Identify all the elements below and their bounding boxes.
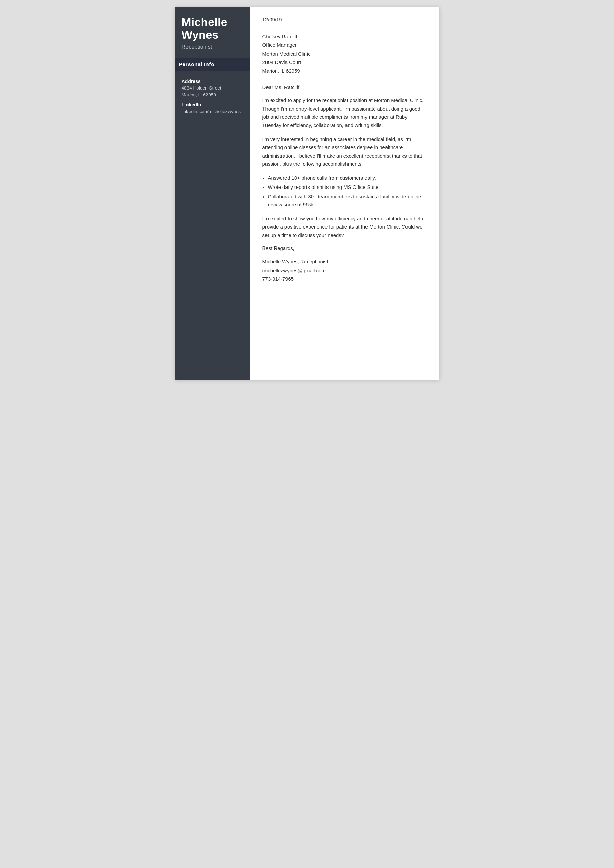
letter-body: I'm excited to apply for the receptionis… <box>262 96 426 239</box>
name-line2: Wynes <box>182 28 219 41</box>
applicant-title: Receptionist <box>182 44 243 50</box>
letter-salutation: Dear Ms. Ratcliff, <box>262 85 426 90</box>
bullet1: Answered 10+ phone calls from customers … <box>268 174 426 183</box>
paragraph2: I'm very interested in beginning a caree… <box>262 135 426 169</box>
applicant-name: Michelle Wynes <box>182 16 243 41</box>
letter-signature: Michelle Wynes, Receptionist michellezwy… <box>262 258 426 284</box>
personal-info-header: Personal Info <box>175 58 250 71</box>
recipient-block: Chelsey Ratcliff Office Manager Morton M… <box>262 33 426 75</box>
recipient-address2: Marion, IL 62959 <box>262 67 426 75</box>
recipient-name: Chelsey Ratcliff <box>262 33 426 41</box>
name-line1: Michelle <box>182 16 228 28</box>
bullet2: Wrote daily reports of shifts using MS O… <box>268 183 426 192</box>
linkedin-value: linkedin.com/michellezwynes <box>182 108 243 115</box>
letter-date: 12/09/19 <box>262 17 426 22</box>
sig-email: michellezwynes@gmail.com <box>262 267 426 275</box>
address-line1: 4884 Holden Street <box>182 85 243 91</box>
sidebar: Michelle Wynes Receptionist Personal Inf… <box>175 7 250 380</box>
recipient-company: Morton Medical Clinic <box>262 50 426 58</box>
recipient-title: Office Manager <box>262 41 426 50</box>
sig-name: Michelle Wynes, Receptionist <box>262 258 426 266</box>
sig-phone: 773-914-7965 <box>262 275 426 284</box>
linkedin-label: LinkedIn <box>182 102 243 107</box>
resume-container: Michelle Wynes Receptionist Personal Inf… <box>175 7 439 380</box>
letter-closing: Best Regards, <box>262 245 426 251</box>
paragraph1: I'm excited to apply for the receptionis… <box>262 96 426 130</box>
address-label: Address <box>182 79 243 84</box>
address-line2: Marion, IL 62959 <box>182 91 243 98</box>
main-content: 12/09/19 Chelsey Ratcliff Office Manager… <box>250 7 439 380</box>
bullet3: Collaborated with 30+ team members to su… <box>268 192 426 209</box>
accomplishments-list: Answered 10+ phone calls from customers … <box>268 174 426 209</box>
recipient-address1: 2804 Davis Court <box>262 58 426 67</box>
paragraph3: I'm excited to show you how my efficienc… <box>262 215 426 240</box>
